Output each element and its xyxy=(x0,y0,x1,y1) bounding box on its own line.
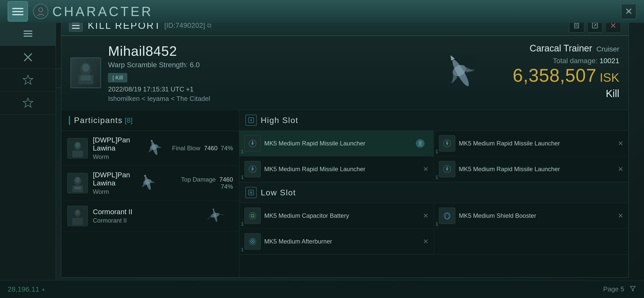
low-slot-header: Low Slot xyxy=(239,182,628,203)
svg-rect-6 xyxy=(24,36,32,37)
svg-point-22 xyxy=(82,64,89,72)
svg-point-66 xyxy=(419,142,421,144)
kill-report-body: Participants [8] [DWPL]Pan Lawina Worm xyxy=(61,110,628,277)
kill-badge: | Kill xyxy=(108,73,127,82)
high-slot-icon xyxy=(245,115,257,126)
slot-close-button[interactable]: ✕ xyxy=(423,212,429,220)
slot-item[interactable]: 1 MK5 Medium Shield Booster ✕ xyxy=(434,203,628,229)
participants-panel: Participants [8] [DWPL]Pan Lawina Worm xyxy=(61,110,239,277)
bottom-bar: 28,196.11 ▲ Page 5 xyxy=(0,280,644,298)
svg-marker-62 xyxy=(250,119,252,121)
svg-marker-10 xyxy=(23,98,33,107)
svg-point-69 xyxy=(446,142,448,144)
svg-marker-85 xyxy=(630,286,635,291)
slot-num: 1 xyxy=(241,149,244,155)
participant-name-2: [DWPL]Pan Lawina xyxy=(93,171,130,187)
slot-item-icon xyxy=(439,135,455,152)
top-close-button[interactable]: ✕ xyxy=(621,4,636,19)
bottom-value: 28,196.11 xyxy=(8,285,39,293)
slot-num: 1 xyxy=(241,174,244,180)
slot-item[interactable]: 1 MK5 Medium Afterburner ✕ xyxy=(239,229,434,254)
slot-item-name: MK5 Medium Afterburner xyxy=(264,237,332,245)
ship-image-area xyxy=(425,36,496,110)
slots-panel: High Slot 1 MK5 Medium Rapid Missile Lau… xyxy=(239,110,628,277)
svg-point-72 xyxy=(252,168,254,170)
slot-item-icon xyxy=(439,208,455,224)
svg-rect-12 xyxy=(72,25,80,26)
slot-num: 1 xyxy=(435,149,438,155)
pilot-avatar xyxy=(70,58,101,88)
slot-item[interactable]: 1 MK5 Medium Rapid Missile Launcher ✕ xyxy=(434,131,628,156)
kill-report-panel: KILL REPORT [ID:7490202] ⧉ xyxy=(61,15,629,278)
sidebar-item-employment[interactable] xyxy=(0,92,56,115)
page-title: CHARACTER xyxy=(52,4,153,19)
svg-rect-5 xyxy=(24,33,32,34)
svg-marker-39 xyxy=(150,140,153,142)
filter-icon[interactable] xyxy=(629,285,636,294)
sidebar-item-medals[interactable] xyxy=(0,69,56,92)
sidebar-item-bio[interactable] xyxy=(0,23,56,46)
participant-name-1: [DWPL]Pan Lawina xyxy=(93,136,137,152)
participant-info-2: [DWPL]Pan Lawina Worm xyxy=(93,171,130,195)
participants-bar-accent xyxy=(69,116,70,125)
svg-rect-36 xyxy=(72,151,83,157)
low-slot-grid: 1 + MK5 Medium Capacitor Battery ✕ 1 xyxy=(239,203,628,255)
participants-header: Participants [8] xyxy=(61,110,239,131)
slot-close-button[interactable]: ✕ xyxy=(618,140,623,147)
slot-close-button[interactable]: ✕ xyxy=(618,165,623,173)
participant-row[interactable]: [DWPL]Pan Lawina Worm xyxy=(61,166,239,201)
slot-item-icon xyxy=(244,135,261,152)
svg-point-65 xyxy=(252,142,254,144)
participants-title: Participants xyxy=(74,116,123,125)
slot-item-name: MK5 Medium Rapid Missile Launcher xyxy=(264,139,365,147)
participant-avatar-2 xyxy=(67,173,88,193)
svg-marker-49 xyxy=(144,175,147,177)
kill-report-info: Mihail8452 Warp Scramble Strength: 6.0 |… xyxy=(61,36,628,110)
ship-name: Caracal Trainer xyxy=(530,43,592,53)
high-slot-header: High Slot xyxy=(239,110,628,131)
total-damage-value: 10021 xyxy=(599,57,619,65)
participant-row[interactable]: [DWPL]Pan Lawina Worm xyxy=(61,131,239,166)
slot-pilot-icon xyxy=(416,139,425,148)
low-slot-title: Low Slot xyxy=(261,188,296,197)
svg-rect-13 xyxy=(72,28,80,29)
isk-value: 6,358,507 xyxy=(513,65,596,86)
slot-item-icon xyxy=(244,161,261,177)
svg-line-59 xyxy=(207,216,211,219)
sidebar-item-combat[interactable] xyxy=(0,46,56,69)
slot-close-button[interactable]: ✕ xyxy=(618,212,623,220)
participant-row[interactable]: Cormorant II Cormorant II xyxy=(61,201,239,232)
bottom-up-icon: ▲ xyxy=(41,287,46,292)
svg-point-54 xyxy=(76,210,80,215)
isk-unit: ISK xyxy=(600,71,619,84)
slot-item[interactable]: 1 MK5 Medium Rapid Missile Launcher ✕ xyxy=(434,156,628,182)
participant-ship-img-1 xyxy=(142,139,167,157)
participant-damage-1: 7460 xyxy=(204,145,217,152)
participant-damage-2: 7460 xyxy=(219,176,233,183)
slot-item-name: MK5 Medium Rapid Missile Launcher xyxy=(459,139,560,147)
svg-marker-9 xyxy=(23,75,33,84)
ship-stats: Caracal Trainer Cruiser Total damage: 10… xyxy=(513,43,619,99)
participant-stats-1: Final Blow 7460 74% xyxy=(172,145,233,152)
slot-close-button[interactable]: ✕ xyxy=(423,238,429,246)
svg-point-44 xyxy=(75,177,80,183)
slot-item-name: MK5 Medium Capacitor Battery xyxy=(264,212,349,220)
copy-icon[interactable]: ⧉ xyxy=(207,22,211,29)
participant-ship-img-3 xyxy=(202,207,228,225)
high-slot-title: High Slot xyxy=(261,116,298,125)
slot-num: 1 xyxy=(241,247,244,253)
svg-point-3 xyxy=(39,8,43,12)
slot-item-name: MK5 Medium Shield Booster xyxy=(459,212,536,220)
participant-ship-1: Worm xyxy=(93,153,137,160)
participant-ship-3: Cormorant II xyxy=(93,217,197,224)
top-menu-button[interactable] xyxy=(8,1,28,22)
slot-item-name: MK5 Medium Rapid Missile Launcher xyxy=(264,165,365,173)
participant-ship-2: Worm xyxy=(93,188,130,195)
slot-item[interactable]: 1 MK5 Medium Rapid Missile Launcher ✕ xyxy=(239,156,434,182)
slot-item-icon: + xyxy=(244,208,261,224)
slot-item[interactable]: 1 MK5 Medium Rapid Missile Launcher xyxy=(239,131,434,156)
ship-silhouette xyxy=(433,50,489,96)
participant-info-1: [DWPL]Pan Lawina Worm xyxy=(93,136,137,160)
slot-item[interactable]: 1 + MK5 Medium Capacitor Battery ✕ xyxy=(239,203,434,229)
slot-close-button[interactable]: ✕ xyxy=(423,165,429,173)
